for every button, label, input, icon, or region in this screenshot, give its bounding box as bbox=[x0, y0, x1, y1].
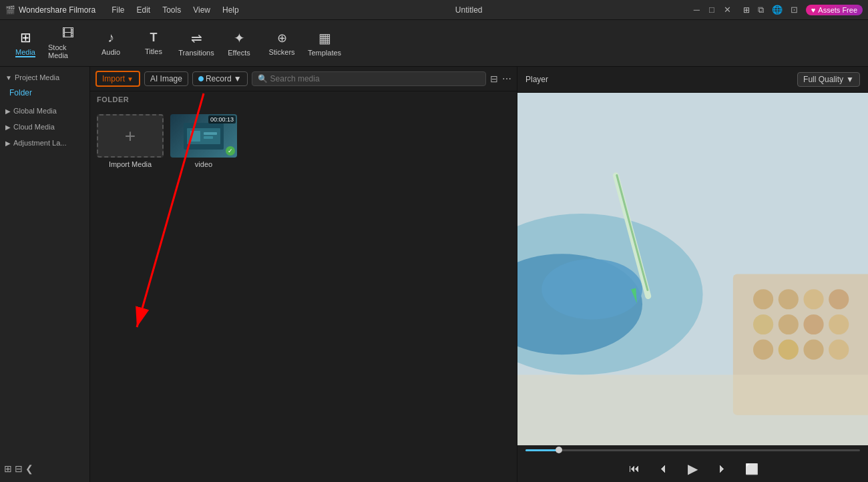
progress-dot bbox=[556, 447, 562, 453]
window-icon-1[interactable]: ⊞ bbox=[743, 5, 750, 15]
window-icon-4[interactable]: ⊡ bbox=[791, 5, 798, 15]
quality-label: Full Quality bbox=[803, 75, 843, 84]
media-label: Media bbox=[15, 48, 35, 57]
search-box[interactable]: 🔍 bbox=[252, 71, 486, 86]
fullscreen-button[interactable]: ⬜ bbox=[742, 459, 761, 478]
app-name: Wondershare Filmora bbox=[19, 5, 95, 15]
svg-rect-4 bbox=[204, 136, 213, 139]
menu-tools[interactable]: Tools bbox=[157, 4, 186, 16]
quality-select[interactable]: Full Quality ▼ bbox=[797, 72, 860, 87]
svg-point-17 bbox=[803, 289, 823, 309]
thumbnail-svg bbox=[184, 123, 224, 150]
arrow-icon: ▼ bbox=[5, 74, 12, 81]
filter-icon[interactable]: ⊟ bbox=[490, 73, 498, 84]
minimize-icon[interactable]: ─ bbox=[694, 5, 700, 15]
import-media-thumb[interactable]: + bbox=[97, 114, 164, 158]
video-media-thumb[interactable]: 00:00:13 ✓ bbox=[170, 114, 237, 158]
svg-point-18 bbox=[829, 289, 849, 309]
video-check-icon: ✓ bbox=[226, 146, 235, 156]
import-media-label: Import Media bbox=[109, 160, 152, 168]
svg-point-19 bbox=[753, 314, 773, 334]
record-dropdown-arrow: ▼ bbox=[234, 74, 242, 83]
window-icon-3[interactable]: 🌐 bbox=[772, 5, 783, 15]
media-toolbar-icons: ⊟ ⋯ bbox=[490, 73, 511, 84]
sidebar-header-global[interactable]: ▶ Global Media bbox=[0, 104, 89, 117]
sidebar-header-project-media[interactable]: ▼ Project Media bbox=[0, 71, 89, 84]
ai-image-label: AI Image bbox=[150, 74, 182, 83]
video-frame bbox=[517, 93, 868, 445]
close-icon[interactable]: ✕ bbox=[724, 5, 731, 15]
maximize-icon[interactable]: □ bbox=[709, 5, 714, 15]
menu-view[interactable]: View bbox=[188, 4, 216, 16]
step-forward-button[interactable]: ⏵ bbox=[713, 459, 732, 478]
effects-label: Effects bbox=[228, 49, 250, 57]
sidebar-cloud-label: Cloud Media bbox=[13, 123, 55, 131]
record-button[interactable]: Record ▼ bbox=[192, 71, 248, 86]
video-label: video bbox=[195, 160, 212, 168]
sidebar-header-adjustment[interactable]: ▶ Adjustment La... bbox=[0, 136, 89, 150]
progress-fill bbox=[525, 449, 559, 451]
import-dropdown-arrow: ▼ bbox=[127, 75, 134, 83]
svg-point-15 bbox=[753, 289, 773, 309]
sidebar-bottom-icons: ⊞ ⊟ ❮ bbox=[0, 459, 89, 478]
video-duration: 00:00:13 bbox=[208, 115, 236, 124]
play-button[interactable]: ▶ bbox=[684, 459, 702, 478]
import-button[interactable]: Import ▼ bbox=[95, 71, 140, 87]
sidebar-header-cloud[interactable]: ▶ Cloud Media bbox=[0, 120, 89, 134]
folder-section-label: FOLDER bbox=[90, 91, 517, 107]
import-media-item[interactable]: + Import Media bbox=[97, 114, 164, 168]
assets-free-badge[interactable]: ♥ Assets Free bbox=[806, 5, 863, 15]
lab-scene-svg bbox=[517, 93, 868, 445]
media-icon: ⊞ bbox=[20, 29, 31, 45]
arrow-right-icon-3: ▶ bbox=[5, 140, 11, 147]
svg-point-22 bbox=[829, 314, 849, 334]
tool-templates[interactable]: ▦ Templates bbox=[304, 23, 345, 63]
add-folder-icon[interactable]: ⊞ bbox=[4, 463, 12, 474]
sidebar-section-project-media: ▼ Project Media Folder bbox=[0, 71, 89, 101]
menu-help[interactable]: Help bbox=[217, 4, 244, 16]
titles-icon: T bbox=[150, 31, 158, 45]
menu-file[interactable]: File bbox=[106, 4, 130, 16]
stock-media-label: Stock Media bbox=[48, 43, 88, 59]
player-progress[interactable] bbox=[517, 445, 868, 455]
step-back-button[interactable]: ⏴ bbox=[654, 459, 673, 478]
progress-bar[interactable] bbox=[525, 449, 860, 451]
svg-rect-3 bbox=[204, 132, 217, 135]
tool-effects[interactable]: ✦ Effects bbox=[219, 23, 259, 63]
sidebar-section-adjustment: ▶ Adjustment La... bbox=[0, 136, 89, 150]
logo-icon: 🎬 bbox=[5, 5, 15, 15]
svg-rect-27 bbox=[517, 375, 868, 445]
menu-edit[interactable]: Edit bbox=[132, 4, 156, 16]
sidebar-section-global: ▶ Global Media bbox=[0, 104, 89, 117]
more-icon[interactable]: ⋯ bbox=[502, 73, 511, 84]
arrow-right-icon: ▶ bbox=[5, 107, 11, 115]
search-input[interactable] bbox=[270, 74, 480, 83]
titles-label: Titles bbox=[145, 47, 162, 55]
window-title: Untitled bbox=[244, 5, 694, 15]
main-content: ▼ Project Media Folder ▶ Global Media ▶ … bbox=[0, 67, 868, 482]
tool-audio[interactable]: ♪ Audio bbox=[91, 23, 131, 63]
sidebar-adjustment-label: Adjustment La... bbox=[13, 139, 67, 147]
tool-stock-media[interactable]: 🎞 Stock Media bbox=[48, 23, 88, 63]
collapse-icon[interactable]: ❮ bbox=[25, 463, 33, 474]
video-media-item[interactable]: 00:00:13 ✓ video bbox=[170, 114, 237, 168]
rewind-button[interactable]: ⏮ bbox=[625, 459, 644, 478]
plus-icon: + bbox=[125, 126, 136, 147]
sidebar-item-folder[interactable]: Folder bbox=[4, 85, 85, 100]
templates-icon: ▦ bbox=[318, 30, 331, 46]
tool-stickers[interactable]: ⊕ Stickers bbox=[262, 23, 302, 63]
record-dot-icon bbox=[198, 76, 204, 81]
svg-point-10 bbox=[541, 259, 642, 320]
tool-titles[interactable]: T Titles bbox=[134, 23, 174, 63]
folder-label: Folder bbox=[9, 88, 32, 97]
ai-image-button[interactable]: AI Image bbox=[144, 71, 188, 86]
menu-bar: File Edit Tools View Help bbox=[106, 4, 244, 16]
svg-point-20 bbox=[779, 314, 799, 334]
remove-folder-icon[interactable]: ⊟ bbox=[15, 463, 23, 474]
audio-label: Audio bbox=[101, 48, 120, 56]
tool-media[interactable]: ⊞ Media bbox=[5, 23, 45, 63]
assets-free-label: Assets Free bbox=[818, 6, 857, 14]
tool-transitions[interactable]: ⇌ Transitions bbox=[176, 23, 216, 63]
window-icon-2[interactable]: ⧉ bbox=[758, 5, 764, 15]
player-label: Player bbox=[525, 75, 548, 84]
